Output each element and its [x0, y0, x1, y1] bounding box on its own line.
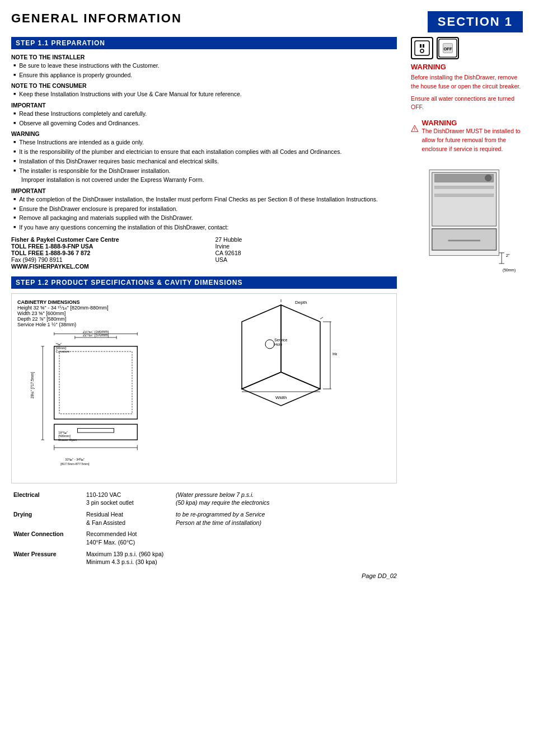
spec-value: Recommended Hot140°F Max. (60°C) [84, 528, 174, 548]
spec-label: Water Connection [11, 528, 84, 548]
dim-height: Height 32 ⅝" - 34 ¹⁵⁄₁₆" [820mm-880mm] [17, 305, 219, 311]
diagram-container: CABINETRY DIMENSIONS Height 32 ⅝" - 34 ¹… [11, 293, 397, 483]
spec-label: Electrical [11, 489, 84, 509]
important1-list: Read these Instructions completely and c… [13, 110, 397, 127]
outlet-icon [411, 37, 433, 59]
dim-width: Width 23 ⅝" [600mm] [17, 311, 219, 316]
list-item: The installer is responsible for the Dis… [13, 167, 397, 175]
list-item: It is the responsibility of the plumber … [13, 148, 397, 156]
right-diagram: 2" (50mm) [411, 165, 523, 289]
address-line3: CA 92618 [216, 250, 397, 256]
toll-free-1: TOLL FREE 1-888-9-FNP USA [11, 243, 193, 250]
svg-rect-53 [432, 229, 496, 250]
diagram-left: CABINETRY DIMENSIONS Height 32 ⅝" - 34 ¹… [17, 299, 219, 477]
warning2-title: WARNING [422, 119, 523, 127]
svg-text:32³⁄₁₆" - 34⁹⁄₁₆": 32³⁄₁₆" - 34⁹⁄₁₆" [65, 458, 85, 461]
note-installer-label: NOTE TO THE INSTALLER [11, 54, 397, 60]
warning-triangle-icon: ! [411, 119, 419, 139]
toll-free-2: TOLL FREE 1-888-9-36 7 872 [11, 250, 193, 256]
svg-marker-29 [242, 372, 320, 406]
svg-text:Width: Width [275, 395, 287, 400]
spec-value: Residual Heat& Fan Assisted [84, 509, 174, 528]
spec-note [174, 548, 397, 568]
svg-rect-3 [78, 428, 114, 432]
svg-rect-42 [415, 41, 429, 55]
spec-note: to be re-programmed by a ServicePerson a… [174, 509, 397, 528]
svg-text:Depth: Depth [295, 300, 307, 305]
list-item: Keep these Installation Instructions wit… [13, 90, 397, 98]
spec-label: Water Pressure [11, 548, 84, 568]
svg-rect-57 [435, 186, 494, 189]
dims-title: CABINETRY DIMENSIONS [17, 299, 219, 305]
svg-text:¹³⁄₁₆": ¹³⁄₁₆" [56, 342, 62, 346]
warning1-title: WARNING [411, 63, 523, 71]
step1-header: STEP 1.1 PREPARATION [11, 37, 397, 49]
svg-text:Drawer Open: Drawer Open [58, 438, 77, 441]
warning-box-1: OFF WARNING Before installing the DishDr… [411, 37, 523, 112]
dim-depth: Depth 22 ⅞" [580mm] [17, 316, 219, 322]
off-switch-icon: OFF [437, 37, 459, 59]
list-item: Read these Instructions completely and c… [13, 110, 397, 118]
svg-text:(50mm): (50mm) [503, 269, 516, 273]
svg-text:28¼" [717.5mm]: 28¼" [717.5mm] [30, 372, 35, 398]
note-installer-list: Be sure to leave these instructions with… [13, 62, 397, 79]
svg-point-45 [420, 49, 424, 53]
note-consumer-list: Keep these Installation Instructions wit… [13, 90, 397, 98]
warning-indent: Improper installation is not covered und… [21, 176, 397, 184]
spec-row-electrical: Electrical 110-120 VAC3 pin socket outle… [11, 489, 397, 509]
list-item: Ensure the DishDrawer enclosure is prepa… [13, 205, 397, 213]
svg-rect-1 [59, 351, 132, 414]
note-consumer-label: NOTE TO THE CONSUMER [11, 82, 397, 89]
warning-icons: OFF [411, 37, 523, 59]
spec-note: (Water pressure below 7 p.s.i.(50 kpa) m… [174, 489, 397, 509]
list-item: Remove all packaging and materials suppl… [13, 214, 397, 222]
cabinetry-dims: CABINETRY DIMENSIONS Height 32 ⅝" - 34 ¹… [17, 299, 219, 327]
list-item: Installation of this DishDrawer requires… [13, 157, 397, 166]
svg-rect-58 [435, 194, 494, 197]
fax: Fax (949) 790 8911 [11, 256, 193, 263]
svg-text:Height: Height [332, 351, 337, 356]
svg-point-37 [265, 340, 274, 349]
contact-left: Fisher & Paykel Customer Care Centre TOL… [11, 236, 193, 270]
svg-text:OFF: OFF [443, 46, 452, 51]
svg-rect-43 [420, 44, 421, 48]
spec-value: Maximum 139 p.s.i. (960 kpa)Minimum 4.3 … [84, 548, 174, 568]
important2-label: IMPORTANT [11, 187, 397, 194]
spec-label: Drying [11, 509, 84, 528]
warning2-text: The DishDrawer MUST be installed to allo… [422, 127, 523, 153]
list-item: If you have any questions concerning the… [13, 223, 397, 232]
warning2-content: WARNING The DishDrawer MUST be installed… [422, 119, 523, 153]
specs-table: Electrical 110-120 VAC3 pin socket outle… [11, 489, 397, 569]
right-panel-diagram-svg: 2" (50mm) [416, 165, 517, 288]
list-item: Ensure this appliance is properly ground… [13, 71, 397, 79]
svg-text:2": 2" [506, 253, 510, 259]
important2-list: At the completion of the DishDrawer inst… [13, 195, 397, 232]
spec-row-water-conn: Water Connection Recommended Hot140°F Ma… [11, 528, 397, 548]
page-title: GENERAL INFORMATION [11, 11, 182, 26]
svg-text:19¹³⁄₁₆": 19¹³⁄₁₆" [58, 430, 68, 434]
svg-text:!: ! [414, 127, 415, 131]
spec-row-water-pressure: Water Pressure Maximum 139 p.s.i. (960 k… [11, 548, 397, 568]
svg-rect-44 [423, 44, 424, 48]
svg-text:[817.5mm-877.5mm]: [817.5mm-877.5mm] [60, 462, 90, 465]
contact-section: Fisher & Paykel Customer Care Centre TOL… [11, 236, 397, 270]
address-line4: USA [216, 256, 397, 263]
list-item: These Instructions are intended as a gui… [13, 138, 397, 147]
svg-text:Curvature: Curvature [56, 350, 69, 353]
list-item: Be sure to leave these instructions with… [13, 62, 397, 70]
warning-list: These Instructions are intended as a gui… [13, 138, 397, 175]
list-item: At the completion of the DishDrawer inst… [13, 195, 397, 204]
svg-marker-27 [281, 305, 320, 389]
section-label: SECTION 1 [428, 11, 523, 32]
warning-label: WARNING [11, 130, 397, 137]
drawer-diagram-svg: 28¼" [717.5mm] 22⁷⁄₁₆" [570mm] 23⁷⁄₁₆" [… [17, 331, 174, 476]
step2-header: STEP 1.2 PRODUCT SPECIFICATIONS & CAVITY… [11, 276, 397, 289]
address-line1: 27 Hubble [216, 236, 397, 243]
website: WWW.FISHERPAYKEL.COM [11, 263, 193, 270]
contact-right: 27 Hubble Irvine CA 92618 USA [216, 236, 397, 270]
spec-row-drying: Drying Residual Heat& Fan Assisted to be… [11, 509, 397, 528]
svg-rect-0 [54, 346, 138, 419]
svg-text:[30mm]: [30mm] [56, 346, 67, 349]
isometric-diagram-svg: Height Depth Service Hole [225, 299, 337, 445]
svg-rect-55 [435, 174, 494, 182]
